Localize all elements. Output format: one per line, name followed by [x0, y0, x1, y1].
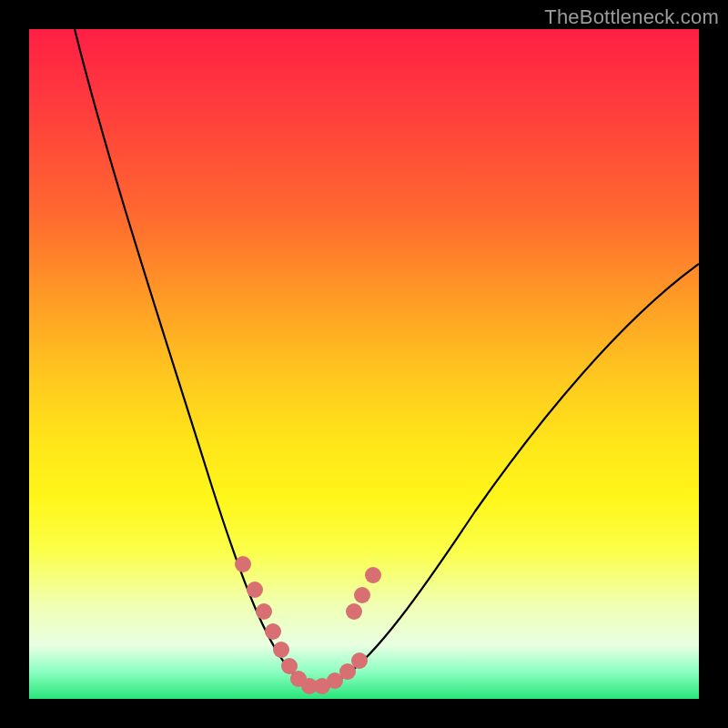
bottleneck-curve-path — [75, 29, 699, 688]
dot — [346, 603, 362, 620]
curve-svg — [29, 29, 699, 699]
dot — [256, 603, 272, 620]
dot — [235, 556, 251, 572]
highlight-dots — [235, 556, 381, 694]
dot — [351, 652, 368, 669]
plot-area — [29, 29, 699, 699]
dot — [365, 567, 381, 583]
watermark-text: TheBottleneck.com — [544, 5, 719, 29]
dot — [247, 581, 263, 598]
chart-frame: TheBottleneck.com — [0, 0, 728, 728]
dot — [265, 623, 281, 640]
dot — [273, 642, 289, 658]
dot — [354, 587, 370, 603]
